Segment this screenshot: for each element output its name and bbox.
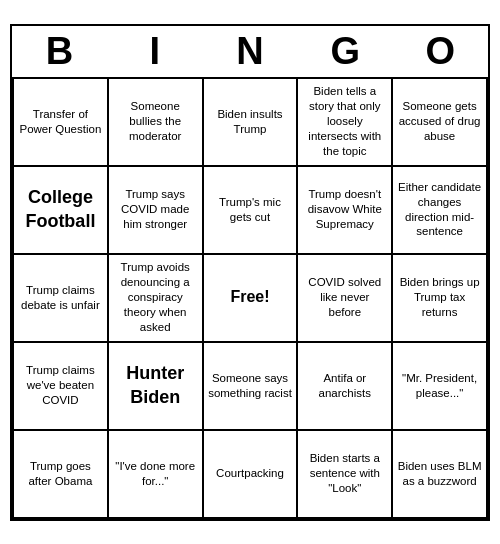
bingo-cell-r1c1[interactable]: Transfer of Power Question <box>14 79 109 167</box>
letter-n: N <box>206 30 294 73</box>
bingo-cell-r2c1[interactable]: College Football <box>14 167 109 255</box>
bingo-cell-r3c5[interactable]: Biden brings up Trump tax returns <box>393 255 488 343</box>
bingo-cell-r3c4[interactable]: COVID solved like never before <box>298 255 393 343</box>
bingo-cell-r2c2[interactable]: Trump says COVID made him stronger <box>109 167 204 255</box>
bingo-cell-r2c5[interactable]: Either candidate changes direction mid-s… <box>393 167 488 255</box>
bingo-grid: Transfer of Power QuestionSomeone bullie… <box>12 79 488 519</box>
bingo-cell-r5c1[interactable]: Trump goes after Obama <box>14 431 109 519</box>
bingo-cell-r4c2[interactable]: Hunter Biden <box>109 343 204 431</box>
bingo-cell-r3c1[interactable]: Trump claims debate is unfair <box>14 255 109 343</box>
bingo-cell-r5c5[interactable]: Biden uses BLM as a buzzword <box>393 431 488 519</box>
bingo-header: B I N G O <box>12 26 488 79</box>
bingo-cell-r3c2[interactable]: Trump avoids denouncing a conspiracy the… <box>109 255 204 343</box>
bingo-cell-r3c3[interactable]: Free! <box>204 255 299 343</box>
letter-b: B <box>16 30 104 73</box>
bingo-cell-r5c3[interactable]: Courtpacking <box>204 431 299 519</box>
bingo-cell-r5c2[interactable]: "I've done more for..." <box>109 431 204 519</box>
bingo-cell-r4c1[interactable]: Trump claims we've beaten COVID <box>14 343 109 431</box>
letter-g: G <box>301 30 389 73</box>
letter-i: I <box>111 30 199 73</box>
bingo-cell-r5c4[interactable]: Biden starts a sentence with "Look" <box>298 431 393 519</box>
bingo-cell-r2c4[interactable]: Trump doesn't disavow White Supremacy <box>298 167 393 255</box>
bingo-card: B I N G O Transfer of Power QuestionSome… <box>10 24 490 521</box>
bingo-cell-r2c3[interactable]: Trump's mic gets cut <box>204 167 299 255</box>
bingo-cell-r4c3[interactable]: Someone says something racist <box>204 343 299 431</box>
bingo-cell-r1c2[interactable]: Someone bullies the moderator <box>109 79 204 167</box>
bingo-cell-r1c3[interactable]: Biden insults Trump <box>204 79 299 167</box>
bingo-cell-r1c4[interactable]: Biden tells a story that only loosely in… <box>298 79 393 167</box>
bingo-cell-r1c5[interactable]: Someone gets accused of drug abuse <box>393 79 488 167</box>
bingo-cell-r4c5[interactable]: "Mr. President, please..." <box>393 343 488 431</box>
letter-o: O <box>396 30 484 73</box>
bingo-cell-r4c4[interactable]: Antifa or anarchists <box>298 343 393 431</box>
